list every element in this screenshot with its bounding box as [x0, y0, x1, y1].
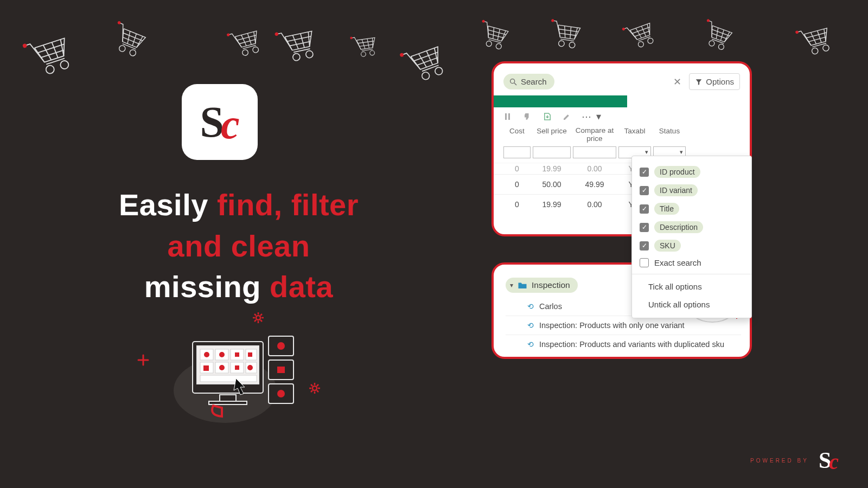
svg-rect-20: [231, 362, 244, 373]
svg-line-56: [514, 83, 516, 85]
cell-cost: 0: [503, 180, 531, 189]
col-compare: Compare at price: [573, 127, 616, 143]
refresh-icon: ⟲: [527, 340, 534, 349]
svg-point-30: [247, 365, 253, 370]
col-cost: Cost: [503, 127, 531, 143]
exact-search-label: Exact search: [654, 258, 701, 267]
tree-item[interactable]: ⟲ Inspection: Products and variants with…: [506, 335, 741, 354]
filter-cost[interactable]: [503, 146, 531, 158]
gear-icon: [309, 383, 320, 394]
svg-point-46: [312, 386, 317, 390]
svg-rect-22: [200, 375, 257, 382]
svg-rect-18: [200, 362, 213, 373]
checkbox-checked-icon: ✓: [640, 223, 649, 232]
dropdown-item[interactable]: ✓ ID variant: [639, 181, 745, 200]
table-header-bar: [494, 95, 627, 107]
checkbox-checked-icon: ✓: [640, 241, 649, 251]
svg-line-52: [317, 390, 318, 392]
tree-item-label: Carlos: [539, 302, 562, 311]
chevron-down-icon: ▾: [510, 281, 513, 289]
svg-rect-31: [269, 336, 293, 356]
edit-icon[interactable]: [562, 112, 572, 121]
tree-root-label: Inspection: [532, 280, 570, 290]
headline: Easily find, filter and clean missing da…: [33, 184, 445, 307]
column-headers: Cost Sell price Compare at price Taxabl …: [494, 125, 750, 144]
svg-rect-19: [215, 362, 228, 373]
search-icon: [509, 78, 518, 86]
checkbox-unchecked-icon: [640, 258, 649, 267]
svg-line-53: [317, 384, 318, 386]
checkbox-checked-icon: ✓: [640, 204, 649, 214]
svg-point-9: [174, 358, 277, 423]
cart-icon: [103, 16, 152, 62]
svg-rect-29: [235, 365, 239, 370]
col-status: Status: [653, 127, 686, 143]
cell-sell: 19.99: [533, 200, 571, 209]
svg-rect-21: [246, 362, 257, 373]
svg-point-36: [277, 390, 285, 397]
dropdown-label: ID product: [654, 166, 700, 178]
svg-point-34: [277, 342, 285, 350]
dropdown-item[interactable]: ✓ Title: [639, 200, 745, 218]
svg-rect-16: [231, 349, 244, 360]
more-menu[interactable]: ⋯ ▾: [582, 111, 602, 123]
cell-compare: 0.00: [573, 164, 616, 173]
dropdown-item[interactable]: ✓ ID product: [639, 163, 745, 181]
tree-item[interactable]: ⟲ Inspection: Products with only one var…: [506, 316, 741, 335]
filter-compare[interactable]: [573, 146, 616, 158]
svg-point-55: [510, 79, 515, 83]
cart-icon: [472, 16, 513, 55]
refresh-icon: ⟲: [527, 321, 534, 330]
cart-icon: [16, 26, 79, 86]
svg-rect-27: [203, 365, 209, 371]
svg-line-54: [311, 390, 312, 392]
tree-root[interactable]: ▾ Inspection: [506, 278, 578, 293]
cart-icon: [269, 21, 322, 69]
dropdown-separator: [632, 274, 751, 274]
cart-icon: [222, 22, 266, 63]
cart-icon: [694, 15, 737, 56]
cell-compare: 49.99: [573, 180, 616, 189]
dropdown-item[interactable]: ✓ SKU: [639, 236, 745, 255]
cart-icon: [544, 16, 585, 53]
svg-rect-25: [235, 352, 239, 357]
cart-icon: [790, 19, 837, 62]
cart-icon: [617, 15, 660, 56]
svg-point-24: [219, 352, 225, 357]
untick-all-button[interactable]: Untick all options: [639, 296, 745, 313]
options-button[interactable]: Options: [689, 73, 740, 90]
dropdown-item[interactable]: ✓ Description: [639, 218, 745, 236]
tick-all-button[interactable]: Tick all options: [639, 278, 745, 296]
search-pill[interactable]: Search: [503, 74, 554, 89]
svg-rect-17: [246, 349, 257, 360]
cell-cost: 0: [503, 200, 531, 209]
svg-rect-12: [220, 395, 236, 401]
logo-letter-c: c: [221, 103, 240, 145]
svg-rect-10: [193, 342, 263, 393]
svg-rect-57: [505, 113, 507, 120]
svg-rect-35: [277, 367, 285, 373]
dropdown-exact-search[interactable]: Exact search: [639, 255, 745, 271]
thumbs-down-icon[interactable]: [523, 112, 533, 121]
svg-line-43: [260, 320, 262, 322]
toolbar-icon[interactable]: [503, 112, 513, 121]
filter-sell[interactable]: [533, 146, 571, 158]
svg-rect-11: [197, 346, 259, 384]
headline-red2: data: [270, 269, 333, 304]
dropdown-label: Description: [654, 221, 703, 233]
plus-icon: [137, 354, 150, 367]
clear-search-button[interactable]: ✕: [670, 76, 685, 88]
checkbox-checked-icon: ✓: [640, 168, 649, 177]
cell-compare: 0.00: [573, 200, 616, 209]
svg-rect-33: [269, 384, 293, 403]
search-options-panel: Search ✕ Options ⋯ ▾ Cost Sell price Com…: [492, 61, 752, 236]
table-toolbar: ⋯ ▾: [494, 107, 750, 125]
svg-rect-15: [215, 349, 228, 360]
tree-item-label: Inspection: Products and variants with d…: [539, 340, 724, 349]
dropdown-label: Title: [654, 203, 679, 215]
cell-sell: 50.00: [533, 180, 571, 189]
import-icon[interactable]: [542, 112, 552, 121]
options-dropdown: ✓ ID product ✓ ID variant ✓ Title ✓ Desc…: [631, 156, 752, 318]
svg-point-28: [219, 365, 225, 370]
gear-icon: [253, 312, 264, 323]
